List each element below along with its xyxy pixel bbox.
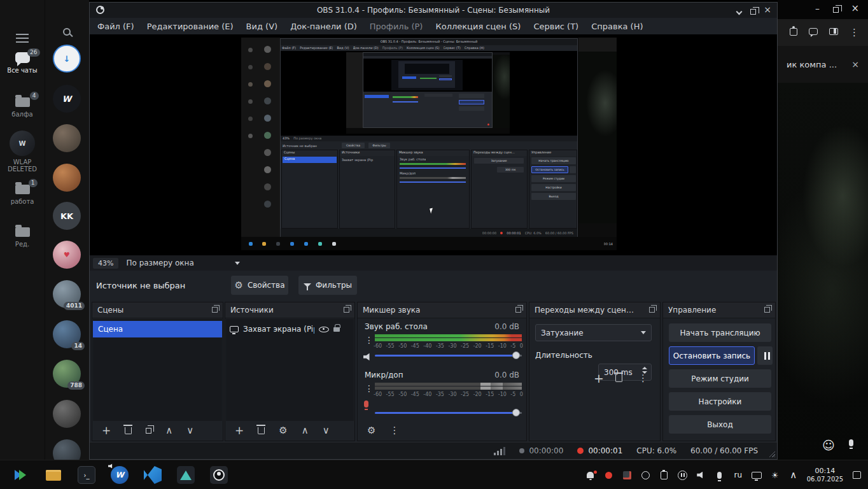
volume-slider[interactable] bbox=[375, 408, 522, 417]
dock-header[interactable]: Источники bbox=[225, 302, 354, 318]
taskbar-clock[interactable]: 00:14 06.07.2025 bbox=[807, 467, 843, 483]
collapse-window-icon[interactable] bbox=[737, 7, 741, 16]
arrows-launcher-icon[interactable] bbox=[11, 466, 29, 484]
remove-transition-icon[interactable] bbox=[615, 375, 622, 382]
advanced-audio-gear-icon[interactable]: ⚙ bbox=[367, 426, 375, 436]
menu-edit[interactable]: Редактирование (E) bbox=[141, 22, 240, 31]
restore-window-icon[interactable] bbox=[750, 8, 756, 17]
vscode-icon[interactable] bbox=[144, 466, 162, 484]
restore-window-icon[interactable] bbox=[833, 6, 839, 15]
dock-header[interactable]: Сцены bbox=[92, 302, 223, 318]
settings-button[interactable]: Настройки bbox=[669, 392, 771, 411]
menu-scene-collection[interactable]: Коллекция сцен (S) bbox=[429, 22, 527, 31]
transition-menu-kebab-icon[interactable]: ⋮ bbox=[638, 374, 648, 383]
channel-menu-kebab-icon[interactable]: ⋮ bbox=[365, 384, 374, 393]
file-explorer-icon[interactable] bbox=[45, 466, 62, 484]
lock-icon[interactable] bbox=[333, 327, 340, 332]
popout-icon[interactable] bbox=[212, 307, 218, 313]
sidebar-toggle-icon[interactable] bbox=[829, 28, 838, 37]
dock-header[interactable]: Управление bbox=[663, 302, 775, 318]
zoom-dropdown-caret[interactable] bbox=[235, 262, 240, 265]
menu-view[interactable]: Вид (V) bbox=[240, 22, 284, 31]
obs-titlebar[interactable]: OBS 31.0.4 - Профиль: Безымянный - Сцены… bbox=[90, 3, 777, 18]
chat-avatar[interactable] bbox=[53, 124, 81, 152]
chat-avatar[interactable] bbox=[53, 164, 81, 192]
chat-avatar[interactable]: ↓ bbox=[53, 45, 81, 73]
close-window-icon[interactable]: × bbox=[851, 3, 859, 14]
slider-knob[interactable] bbox=[512, 351, 520, 359]
move-scene-up-icon[interactable]: ∧ bbox=[165, 426, 172, 436]
wlap-app-icon[interactable]: W bbox=[111, 466, 129, 484]
speaker-icon[interactable] bbox=[363, 353, 372, 363]
scene-row[interactable]: Сцена bbox=[93, 321, 222, 337]
brightness-sun-icon[interactable]: ☀ bbox=[770, 471, 780, 480]
obs-taskbar-icon[interactable] bbox=[210, 466, 228, 484]
folder-all-chats[interactable]: 26 Все чаты bbox=[0, 52, 45, 74]
close-video-icon[interactable]: × bbox=[851, 59, 859, 69]
dock-header[interactable]: Микшер звука bbox=[358, 302, 526, 318]
slider-knob[interactable] bbox=[512, 409, 520, 416]
menu-file[interactable]: Файл (F) bbox=[91, 22, 141, 31]
resize-grip[interactable] bbox=[768, 450, 775, 457]
filters-button[interactable]: Фильтры bbox=[298, 276, 357, 295]
remove-source-icon[interactable] bbox=[258, 427, 265, 434]
preview-canvas[interactable]: OBS 31.0.4 - Профиль: Безымянный - Сцены… bbox=[90, 34, 777, 255]
folder-balfa[interactable]: 4 балфа bbox=[0, 94, 45, 118]
chat-avatar[interactable]: 788 bbox=[53, 360, 81, 388]
menu-help[interactable]: Справка (H) bbox=[585, 22, 649, 31]
volume-icon[interactable] bbox=[696, 471, 706, 479]
start-streaming-button[interactable]: Начать трансляцию bbox=[669, 323, 771, 342]
terminal-icon[interactable]: ›_ bbox=[78, 466, 95, 484]
folder-rabota[interactable]: 1 работа bbox=[0, 181, 45, 205]
visibility-eye-icon[interactable] bbox=[319, 327, 329, 332]
tray-app-icon[interactable] bbox=[622, 471, 633, 479]
minimize-window-icon[interactable]: – bbox=[815, 3, 820, 13]
comments-icon[interactable] bbox=[809, 28, 818, 37]
chat-avatar[interactable] bbox=[53, 400, 81, 428]
popout-icon[interactable] bbox=[764, 307, 770, 313]
move-source-down-icon[interactable]: ∨ bbox=[323, 426, 330, 436]
popout-icon[interactable] bbox=[649, 307, 655, 313]
studio-mode-button[interactable]: Режим студии bbox=[669, 369, 771, 388]
transition-select[interactable]: Затухание bbox=[535, 324, 652, 341]
search-icon[interactable] bbox=[63, 28, 71, 38]
emoji-reactions-icon[interactable]: ☺ bbox=[822, 438, 835, 452]
remove-scene-icon[interactable] bbox=[125, 427, 132, 434]
folder-red[interactable]: Ред. bbox=[0, 224, 45, 248]
stop-recording-button[interactable]: Остановить запись bbox=[669, 346, 755, 365]
chat-avatar[interactable]: ♥ bbox=[53, 241, 81, 269]
volume-slider[interactable] bbox=[375, 351, 522, 360]
prism-app-icon[interactable] bbox=[177, 466, 195, 484]
recording-indicator-icon[interactable] bbox=[604, 472, 614, 479]
hidden-icons-chevron[interactable]: ∧ bbox=[788, 471, 799, 480]
add-source-icon[interactable]: + bbox=[235, 425, 244, 436]
duplicate-scene-icon[interactable] bbox=[146, 428, 151, 434]
action-center-icon[interactable] bbox=[851, 471, 862, 479]
chat-avatar[interactable]: W bbox=[53, 85, 81, 113]
exit-button[interactable]: Выход bbox=[669, 415, 771, 434]
popout-icon[interactable] bbox=[515, 307, 521, 313]
chat-avatar[interactable]: KK bbox=[53, 202, 81, 230]
extensions-icon[interactable] bbox=[790, 28, 797, 38]
microphone-icon[interactable] bbox=[849, 439, 853, 448]
language-indicator[interactable]: ru bbox=[733, 471, 743, 479]
add-transition-icon[interactable]: + bbox=[594, 372, 604, 385]
folder-wlap-deleted[interactable]: W WLAP DELETED bbox=[0, 131, 45, 173]
hamburger-menu-icon[interactable] bbox=[16, 28, 29, 37]
display-tray-icon[interactable] bbox=[752, 472, 762, 479]
properties-button[interactable]: ⚙ Свойства bbox=[231, 276, 288, 295]
source-properties-icon[interactable]: ⚙ bbox=[279, 426, 287, 436]
chat-avatar[interactable]: 14 bbox=[53, 320, 81, 348]
slider-track[interactable] bbox=[375, 412, 522, 414]
notifications-bell-icon[interactable] bbox=[585, 472, 596, 478]
dock-header[interactable]: Переходы между сцен… bbox=[529, 302, 660, 318]
source-row[interactable]: Захват экрана (Pip bbox=[226, 321, 354, 337]
clipboard-tray-icon[interactable] bbox=[659, 471, 669, 479]
pause-circle-icon[interactable] bbox=[678, 471, 688, 480]
overflow-menu-kebab-icon[interactable]: ⋮ bbox=[850, 28, 859, 38]
close-window-icon[interactable]: × bbox=[764, 4, 771, 15]
microphone-tray-icon[interactable] bbox=[715, 472, 725, 479]
move-source-up-icon[interactable]: ∧ bbox=[302, 426, 309, 436]
menu-docks[interactable]: Док-панели (D) bbox=[284, 22, 363, 31]
slider-track[interactable] bbox=[375, 355, 522, 357]
